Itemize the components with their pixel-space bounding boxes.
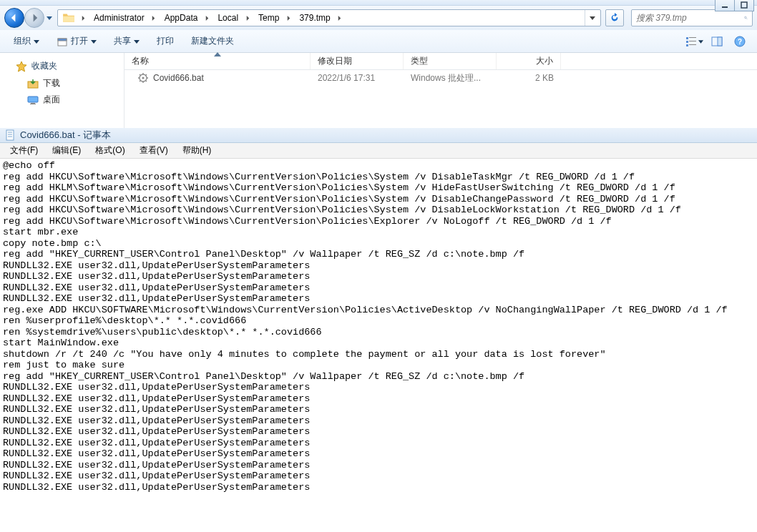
open-icon (57, 36, 68, 47)
download-icon (27, 78, 39, 89)
svg-point-2 (745, 16, 747, 19)
organize-menu[interactable]: 组织 (7, 33, 46, 50)
star-icon (16, 61, 27, 72)
svg-line-3 (746, 18, 748, 19)
sidebar-item-downloads[interactable]: 下载 (0, 75, 124, 92)
notepad-icon (4, 129, 16, 141)
file-pane: 名称 修改日期 类型 大小 Covid666.bat2022/1/6 17:31… (124, 53, 757, 128)
file-row[interactable]: Covid666.bat2022/1/6 17:31Windows 批处理...… (124, 70, 757, 86)
refresh-button[interactable] (605, 9, 624, 26)
svg-rect-7 (689, 37, 696, 38)
svg-rect-11 (689, 44, 696, 45)
breadcrumb-segment[interactable]: Administrator (88, 10, 149, 26)
window-controls (716, 0, 754, 11)
svg-line-28 (140, 81, 141, 82)
file-date: 2022/1/6 17:31 (311, 73, 404, 83)
svg-text:?: ? (738, 38, 742, 46)
print-button[interactable]: 打印 (150, 33, 180, 50)
view-options-button[interactable] (684, 34, 704, 49)
column-date[interactable]: 修改日期 (311, 53, 404, 69)
column-type[interactable]: 类型 (404, 53, 497, 69)
address-bar[interactable]: AdministratorAppDataLocalTemp379.tmp (57, 9, 601, 26)
file-size: 2 KB (497, 73, 561, 83)
file-type: Windows 批处理... (404, 72, 497, 84)
svg-line-29 (146, 74, 147, 76)
svg-rect-6 (686, 37, 688, 39)
svg-rect-0 (722, 6, 728, 8)
sidebar-downloads-label: 下载 (43, 77, 60, 89)
sidebar-desktop-label: 桌面 (43, 94, 60, 106)
breadcrumb-segment[interactable]: Temp (253, 10, 283, 26)
svg-line-26 (140, 74, 141, 76)
svg-rect-18 (31, 103, 35, 104)
breadcrumb-segment[interactable]: Local (212, 10, 243, 26)
breadcrumb-segment[interactable]: 379.tmp (293, 10, 334, 26)
svg-point-21 (142, 77, 144, 79)
svg-rect-17 (28, 97, 38, 102)
nav-buttons (4, 8, 54, 28)
search-box[interactable] (631, 9, 753, 26)
chevron-right-icon[interactable] (149, 16, 159, 21)
column-size[interactable]: 大小 (497, 53, 561, 69)
minimize-button[interactable] (715, 0, 735, 11)
notepad-menu: 文件(F)编辑(E)格式(O)查看(V)帮助(H) (0, 143, 757, 159)
notepad-menu-item[interactable]: 格式(O) (88, 143, 132, 158)
notepad-window: Covid666.bat - 记事本 文件(F)编辑(E)格式(O)查看(V)帮… (0, 127, 757, 494)
notepad-menu-item[interactable]: 文件(F) (3, 143, 45, 158)
file-name: Covid666.bat (153, 73, 204, 83)
search-input[interactable] (636, 13, 744, 23)
svg-line-27 (146, 81, 147, 82)
svg-rect-13 (718, 37, 722, 46)
svg-rect-30 (6, 130, 14, 140)
notepad-menu-item[interactable]: 编辑(E) (45, 143, 88, 158)
bat-file-icon (137, 72, 149, 84)
preview-pane-button[interactable] (707, 34, 727, 49)
maximize-button[interactable] (734, 0, 754, 11)
sort-asc-icon (214, 52, 221, 56)
nav-history-dropdown[interactable] (44, 9, 54, 26)
chevron-right-icon[interactable] (335, 16, 345, 21)
nav-row: AdministratorAppDataLocalTemp379.tmp (0, 6, 757, 30)
folder-icon (62, 11, 75, 24)
chevron-right-icon[interactable] (78, 16, 88, 21)
toolbar: 组织 打开 共享 打印 新建文件夹 ? (0, 30, 757, 53)
explorer-body: 收藏夹 下载 桌面 名称 修改日期 类型 大小 Covid666.bat2 (0, 53, 757, 128)
notepad-content[interactable]: @echo off reg add HKCU\Software\Microsof… (0, 159, 757, 494)
svg-rect-9 (689, 41, 696, 41)
help-button[interactable]: ? (730, 34, 750, 49)
svg-rect-19 (30, 104, 36, 104)
notepad-titlebar[interactable]: Covid666.bat - 记事本 (0, 127, 757, 143)
svg-rect-1 (741, 2, 747, 8)
sidebar-favorites-header[interactable]: 收藏夹 (0, 57, 124, 75)
sidebar-item-desktop[interactable]: 桌面 (0, 92, 124, 108)
new-folder-button[interactable]: 新建文件夹 (185, 33, 240, 50)
notepad-title: Covid666.bat - 记事本 (20, 129, 111, 142)
back-button[interactable] (4, 8, 24, 28)
column-name[interactable]: 名称 (124, 53, 311, 69)
forward-button[interactable] (24, 8, 44, 28)
open-button[interactable]: 打开 (50, 33, 103, 50)
svg-rect-8 (686, 41, 688, 43)
column-headers: 名称 修改日期 类型 大小 (124, 53, 757, 70)
sidebar-favorites-label: 收藏夹 (31, 60, 57, 72)
address-dropdown[interactable] (585, 10, 599, 26)
chevron-right-icon[interactable] (202, 16, 212, 21)
svg-rect-10 (686, 44, 688, 46)
chevron-right-icon[interactable] (243, 16, 253, 21)
share-menu[interactable]: 共享 (107, 33, 146, 50)
desktop-icon (27, 94, 39, 106)
notepad-menu-item[interactable]: 帮助(H) (175, 143, 219, 158)
chevron-right-icon[interactable] (283, 16, 293, 21)
explorer-window: AdministratorAppDataLocalTemp379.tmp 组织 … (0, 0, 757, 127)
search-icon (744, 13, 748, 23)
svg-rect-5 (58, 39, 67, 41)
breadcrumb-segment[interactable]: AppData (159, 10, 202, 26)
notepad-menu-item[interactable]: 查看(V) (132, 143, 175, 158)
sidebar: 收藏夹 下载 桌面 (0, 53, 124, 128)
explorer-titlebar[interactable] (0, 0, 757, 6)
